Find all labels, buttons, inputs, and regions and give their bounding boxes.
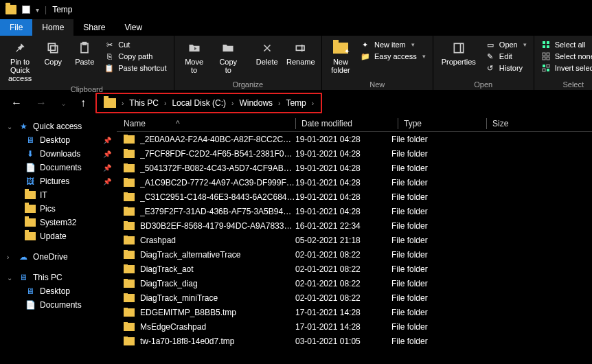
copy-button[interactable]: Copy xyxy=(38,38,67,67)
column-size[interactable]: Size xyxy=(492,119,592,128)
sidebar-item[interactable]: 📄Documents📌 xyxy=(3,161,114,174)
file-type: File folder xyxy=(391,178,474,187)
file-row[interactable]: MsEdgeCrashpad17-01-2021 14:28File folde… xyxy=(117,319,592,334)
breadcrumb-item[interactable]: Temp xyxy=(286,98,306,108)
copy-to-button[interactable]: Copy to xyxy=(213,38,244,76)
column-name[interactable]: Name^ xyxy=(117,119,295,128)
history-button[interactable]: ↺History xyxy=(486,63,527,73)
tab-home[interactable]: Home xyxy=(32,19,73,36)
file-name: _7FCF8FDF-C2D2-4F65-B541-2381F0C567... xyxy=(140,149,295,159)
easy-access-button[interactable]: 📁Easy access▾ xyxy=(361,52,426,61)
expand-icon[interactable]: ⌄ xyxy=(7,274,14,282)
column-type[interactable]: Type xyxy=(404,119,486,128)
up-button[interactable]: ↑ xyxy=(76,94,90,112)
paste-button[interactable]: Paste xyxy=(70,38,99,67)
file-row[interactable]: _7FCF8FDF-C2D2-4F65-B541-2381F0C567...19… xyxy=(117,146,592,161)
file-row[interactable]: DiagTrack_aot02-01-2021 08:22File folder xyxy=(117,262,592,276)
edit-button[interactable]: ✎Edit xyxy=(486,52,527,61)
expand-icon[interactable]: ⌄ xyxy=(7,123,14,130)
sidebar-item[interactable]: 🖥Desktop xyxy=(3,284,114,298)
title-bar: ▾ | Temp xyxy=(0,0,592,19)
chevron-right-icon[interactable]: › xyxy=(122,100,124,107)
column-date[interactable]: Date modified xyxy=(301,119,398,128)
sidebar-item[interactable]: Update xyxy=(3,229,114,243)
svg-rect-1 xyxy=(49,43,56,50)
new-item-button[interactable]: ✦New item▾ xyxy=(361,40,426,49)
svg-rect-10 xyxy=(543,45,545,48)
select-none-button[interactable]: Select none xyxy=(541,52,592,61)
file-row[interactable]: DiagTrack_alternativeTrace02-01-2021 08:… xyxy=(117,247,592,262)
invert-selection-button[interactable]: Invert selection xyxy=(541,63,592,73)
ribbon: Pin to Quick access Copy Paste ✂Cut ⎘Cop… xyxy=(0,36,592,91)
move-to-button[interactable]: Move to xyxy=(179,38,210,76)
chevron-right-icon[interactable]: › xyxy=(164,100,166,107)
sidebar-item[interactable]: System32 xyxy=(3,216,114,229)
breadcrumb[interactable]: › This PC › Local Disk (C:) › Windows › … xyxy=(95,93,322,113)
breadcrumb-item[interactable]: Local Disk (C:) xyxy=(172,98,226,108)
file-row[interactable]: _2E0A0AA2-F2A4-40BC-A82F-8CC2CFDD...19-0… xyxy=(117,132,592,146)
sidebar-this-pc[interactable]: ⌄ 🖥 This PC xyxy=(3,271,114,284)
properties-button[interactable]: Properties xyxy=(437,38,480,67)
sidebar-quick-access[interactable]: ⌄ ★ Quick access xyxy=(3,120,114,133)
sidebar-item[interactable]: ⬇Downloads📌 xyxy=(3,147,114,161)
svg-rect-12 xyxy=(543,53,545,56)
breadcrumb-item[interactable]: Windows xyxy=(239,98,273,108)
file-row[interactable]: DiagTrack_diag02-01-2021 08:22File folde… xyxy=(117,276,592,291)
chevron-right-icon[interactable]: › xyxy=(278,100,280,107)
file-date: 19-01-2021 04:28 xyxy=(295,207,391,216)
file-type: File folder xyxy=(391,192,474,202)
file-name: _C31C2951-C148-46E3-8443-6A2C684D41... xyxy=(140,192,295,202)
file-row[interactable]: DiagTrack_miniTrace02-01-2021 08:22File … xyxy=(117,291,592,305)
file-row[interactable]: BD30B2EF-8568-4179-94DC-A9A7833718...16-… xyxy=(117,218,592,233)
svg-rect-14 xyxy=(543,57,545,60)
paste-shortcut-button[interactable]: 📋Paste shortcut xyxy=(104,63,166,73)
back-button[interactable]: ← xyxy=(7,94,26,112)
svg-rect-17 xyxy=(547,65,549,67)
file-row[interactable]: tw-1a70-18f8-14e0d7.tmp03-01-2021 01:05F… xyxy=(117,334,592,348)
file-row[interactable]: Crashpad05-02-2021 21:18File folder xyxy=(117,233,592,247)
sidebar-item[interactable]: 🖼Pictures📌 xyxy=(3,174,114,188)
tab-file[interactable]: File xyxy=(0,19,32,36)
expand-icon[interactable]: › xyxy=(7,253,14,261)
svg-rect-3 xyxy=(83,43,87,45)
file-row[interactable]: EDGEMITMP_B8BB5.tmp17-01-2021 14:28File … xyxy=(117,305,592,319)
sidebar-item[interactable]: IT xyxy=(3,188,114,202)
move-to-icon xyxy=(186,40,203,56)
rename-button[interactable]: Rename xyxy=(284,38,317,67)
tab-share[interactable]: Share xyxy=(73,19,115,36)
pin-quick-access-button[interactable]: Pin to Quick access xyxy=(4,38,36,84)
sidebar-item[interactable]: 📄Documents xyxy=(3,298,114,312)
chevron-right-icon[interactable]: › xyxy=(231,100,234,107)
sidebar-item-label: Documents xyxy=(40,300,82,310)
sidebar-item[interactable]: 🖥Desktop📌 xyxy=(3,133,114,147)
file-name: BD30B2EF-8568-4179-94DC-A9A7833718... xyxy=(140,221,295,231)
file-type: File folder xyxy=(391,207,474,216)
file-name: Crashpad xyxy=(140,236,295,245)
ribbon-tabs: File Home Share View xyxy=(0,19,592,36)
tab-view[interactable]: View xyxy=(115,19,152,36)
chevron-right-icon[interactable]: › xyxy=(312,100,314,107)
file-row[interactable]: _E379F2F7-31AD-436B-AF75-3A5B94FA95...19… xyxy=(117,204,592,218)
file-row[interactable]: _C31C2951-C148-46E3-8443-6A2C684D41...19… xyxy=(117,190,592,204)
copy-path-button[interactable]: ⎘Copy path xyxy=(104,52,166,61)
sidebar-onedrive[interactable]: › ☁ OneDrive xyxy=(3,250,114,264)
cut-button[interactable]: ✂Cut xyxy=(104,40,166,49)
new-folder-button[interactable]: ✦ New folder xyxy=(326,38,355,76)
pin-icon: 📌 xyxy=(103,164,111,172)
forward-button[interactable]: → xyxy=(32,94,51,112)
history-icon: ↺ xyxy=(486,63,495,73)
sidebar-item[interactable]: Pics xyxy=(3,202,114,216)
open-button[interactable]: ▭Open▾ xyxy=(486,40,527,49)
sidebar-item-label: Pics xyxy=(40,204,56,214)
recent-dropdown[interactable]: ⌄ xyxy=(56,96,71,111)
separator: | xyxy=(45,5,47,14)
file-row[interactable]: _A1C9BC2D-7772-4A97-AC39-DF999FB1...19-0… xyxy=(117,175,592,190)
breadcrumb-item[interactable]: This PC xyxy=(129,98,159,108)
dropdown-icon[interactable]: ▾ xyxy=(36,6,39,14)
easy-access-icon: 📁 xyxy=(361,52,370,61)
delete-button[interactable]: Delete xyxy=(253,38,282,67)
select-all-button[interactable]: Select all xyxy=(541,40,592,49)
file-row[interactable]: _5041372F-B082-4C43-A5D7-4CF9AB029...19-… xyxy=(117,161,592,175)
svg-rect-19 xyxy=(547,69,549,71)
file-date: 02-01-2021 08:22 xyxy=(295,250,391,260)
